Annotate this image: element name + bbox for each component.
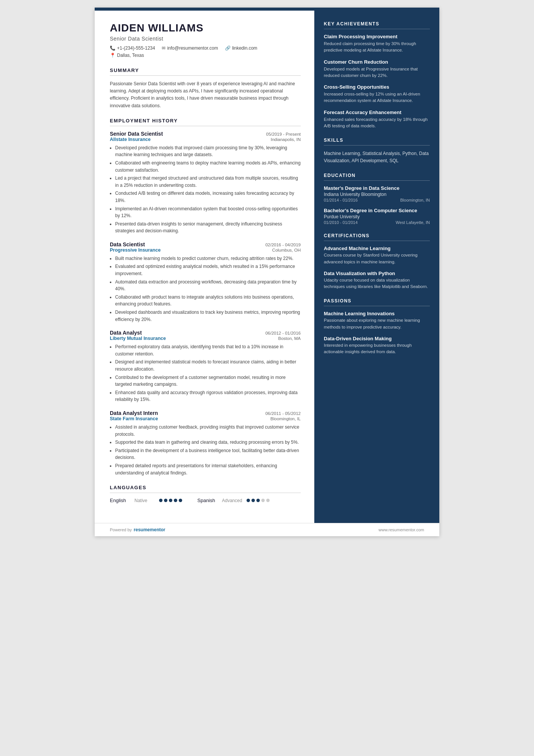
logo-text: resume [134,527,150,532]
lang-level-english: Native [134,498,155,503]
right-column: KEY ACHIEVEMENTS Claim Processing Improv… [314,11,439,523]
linkedin-contact[interactable]: 🔗 linkedin.com [225,45,258,51]
job-bullets-2: Built machine learning models to predict… [110,255,301,323]
passion-desc-1: Passionate about exploring new machine l… [324,317,430,330]
bullet-4-2: Supported the data team in gathering and… [115,439,301,446]
job-title-1: Senior Data Scientist [110,131,163,137]
dot-s3 [256,499,260,502]
location-icon: 📍 [110,53,116,58]
footer-logo: resumementor [134,527,165,532]
job-header-4: Data Analyst Intern 06/2011 - 05/2012 [110,410,301,416]
passion-title-2: Data-Driven Decision Making [324,336,430,341]
bullet-1-2: Collaborated with engineering teams to d… [115,160,301,174]
certifications-section: CERTIFICATIONS Advanced Machine Learning… [324,233,430,290]
edu-item-1: Master's Degree in Data Science Indiana … [324,185,430,202]
job-company-line-4: State Farm Insurance Bloomington, IL [110,416,301,421]
achievement-4: Forecast Accuracy Enhancement Enhanced s… [324,110,430,130]
achievements-title: KEY ACHIEVEMENTS [324,21,430,29]
bullet-2-2: Evaluated and optimized existing analyti… [115,263,301,277]
job-dates-3: 06/2012 - 01/2016 [265,331,301,335]
lang-name-english: English [110,498,131,503]
edu-degree-2: Bachelor's Degree in Computer Science [324,208,430,213]
bullet-2-3: Automated data extraction and processing… [115,279,301,293]
passions-title: PASSIONS [324,298,430,306]
job-bullets-3: Performed exploratory data analysis, ide… [110,343,301,403]
edu-location-1: Bloomington, IN [400,198,430,202]
job-entry-4: Data Analyst Intern 06/2011 - 05/2012 St… [110,410,301,476]
job-entry-1: Senior Data Scientist 05/2019 - Present … [110,131,301,235]
achievement-title-2: Customer Churn Reduction [324,59,430,65]
job-title-2: Data Scientist [110,241,145,247]
cert-desc-1: Coursera course by Stanford University c… [324,252,430,265]
email-text: info@resumementor.com [167,45,218,51]
edu-dates-2: 01/2010 - 01/2014 [324,220,358,225]
email-contact: ✉ info@resumementor.com [162,45,218,51]
phone-contact: 📞 +1-(234)-555-1234 [110,45,155,51]
job-dates-2: 02/2016 - 04/2019 [265,243,301,247]
dot-e4 [174,499,177,502]
skills-text: Machine Learning, Statistical Analysis, … [324,150,430,164]
bullet-3-4: Enhanced data quality and accuracy throu… [115,389,301,403]
dot-s2 [251,499,255,502]
achievement-desc-4: Enhanced sales forecasting accuracy by 1… [324,116,430,130]
header-section: AIDEN WILLIAMS Senior Data Scientist 📞 +… [110,22,301,58]
footer-right: www.resumementor.com [379,527,424,532]
edu-degree-1: Master's Degree in Data Science [324,185,430,191]
left-column: AIDEN WILLIAMS Senior Data Scientist 📞 +… [95,11,314,523]
languages-section: LANGUAGES English Native [110,485,301,503]
job-entry-3: Data Analyst 06/2012 - 01/2016 Liberty M… [110,330,301,403]
bullet-4-4: Prepared detailed reports and presentati… [115,462,301,476]
achievements-section: KEY ACHIEVEMENTS Claim Processing Improv… [324,21,430,129]
languages-row: English Native Spanish Advanced [110,498,301,503]
job-dates-1: 05/2019 - Present [266,132,301,136]
job-header-3: Data Analyst 06/2012 - 01/2016 [110,330,301,336]
job-header-2: Data Scientist 02/2016 - 04/2019 [110,241,301,247]
job-dates-4: 06/2011 - 05/2012 [265,411,301,416]
bullet-2-5: Developed dashboards and visualizations … [115,309,301,323]
cert-desc-2: Udacity course focused on data visualiza… [324,277,430,290]
powered-by-text: Powered by [110,527,132,532]
dot-s5 [266,499,270,502]
email-icon: ✉ [162,45,166,51]
company-name-4: State Farm Insurance [110,416,158,421]
achievement-2: Customer Churn Reduction Developed model… [324,59,430,79]
job-title-4: Data Analyst Intern [110,410,158,416]
employment-title: EMPLOYMENT HISTORY [110,118,301,126]
job-bullets-4: Assisted in analyzing customer feedback,… [110,424,301,476]
dot-e1 [159,499,162,502]
edu-school-1: Indiana University Bloomington [324,192,430,197]
cert-title-1: Advanced Machine Learning [324,246,430,251]
summary-title: SUMMARY [110,67,301,76]
footer-website: www.resumementor.com [379,527,424,532]
resume-body: AIDEN WILLIAMS Senior Data Scientist 📞 +… [95,11,439,523]
summary-text: Passionate Senior Data Scientist with ov… [110,80,301,110]
job-location-3: Boston, MA [278,336,301,341]
company-name-3: Liberty Mutual Insurance [110,336,166,341]
summary-section: SUMMARY Passionate Senior Data Scientist… [110,67,301,110]
candidate-name: AIDEN WILLIAMS [110,22,301,34]
languages-title: LANGUAGES [110,485,301,493]
passion-item-1: Machine Learning Innovations Passionate … [324,311,430,330]
achievement-desc-3: Increased cross-selling by 12% using an … [324,91,430,104]
job-title-3: Data Analyst [110,330,142,336]
job-company-line-3: Liberty Mutual Insurance Boston, MA [110,336,301,341]
lang-dots-spanish [247,499,270,502]
edu-dates-1: 01/2014 - 01/2016 [324,198,358,202]
phone-text: +1-(234)-555-1234 [117,45,155,51]
edu-school-2: Purdue University [324,214,430,219]
job-location-2: Columbus, OH [272,248,301,252]
edu-location-2: West Lafayette, IN [396,220,430,225]
edu-meta-2: 01/2010 - 01/2014 West Lafayette, IN [324,220,430,225]
passion-desc-2: Interested in empowering businesses thro… [324,342,430,355]
certifications-title: CERTIFICATIONS [324,233,430,241]
passion-title-1: Machine Learning Innovations [324,311,430,316]
company-name-1: Allstate Insurance [110,137,151,142]
bullet-2-4: Collaborated with product teams to integ… [115,294,301,308]
skills-section: SKILLS Machine Learning, Statistical Ana… [324,138,430,164]
dot-e5 [179,499,182,502]
bullet-1-4: Conducted A/B testing on different data … [115,190,301,204]
dot-e3 [169,499,172,502]
job-company-line-1: Allstate Insurance Indianapolis, IN [110,137,301,142]
job-entry-2: Data Scientist 02/2016 - 04/2019 Progres… [110,241,301,323]
edu-meta-1: 01/2014 - 01/2016 Bloomington, IN [324,198,430,202]
